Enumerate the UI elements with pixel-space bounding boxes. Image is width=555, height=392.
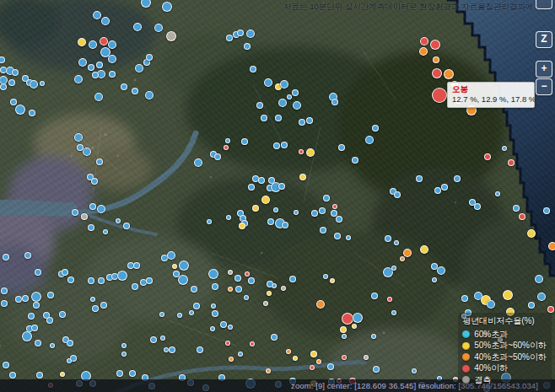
station-marker[interactable]: [117, 271, 127, 281]
station-marker[interactable]: [31, 325, 38, 331]
station-marker[interactable]: [334, 233, 341, 239]
station-marker[interactable]: [434, 187, 441, 194]
station-marker[interactable]: [323, 195, 330, 201]
station-marker[interactable]: [141, 0, 151, 8]
station-marker[interactable]: [495, 191, 500, 196]
station-marker[interactable]: [3, 362, 9, 368]
station-marker[interactable]: [342, 355, 347, 360]
station-marker[interactable]: [207, 219, 212, 224]
station-marker[interactable]: [135, 64, 143, 72]
station-marker[interactable]: [267, 291, 272, 296]
station-marker[interactable]: [72, 209, 78, 216]
station-marker[interactable]: [299, 174, 306, 180]
station-marker[interactable]: [278, 99, 287, 107]
station-marker[interactable]: [412, 368, 417, 373]
station-marker[interactable]: [162, 2, 172, 12]
station-marker[interactable]: [22, 295, 29, 302]
station-marker[interactable]: [400, 256, 405, 261]
station-marker[interactable]: [293, 101, 301, 110]
station-marker[interactable]: [372, 125, 379, 132]
station-marker[interactable]: [371, 293, 378, 299]
station-marker[interactable]: [261, 115, 267, 121]
station-marker[interactable]: [88, 64, 94, 71]
zoom-in-button[interactable]: +: [536, 61, 552, 78]
station-marker[interactable]: [403, 249, 412, 257]
station-marker[interactable]: [319, 207, 326, 214]
station-marker[interactable]: [248, 277, 255, 284]
station-marker[interactable]: [239, 223, 245, 229]
station-marker[interactable]: [226, 35, 233, 41]
station-marker[interactable]: [528, 302, 535, 309]
station-marker[interactable]: [543, 207, 550, 214]
station-marker[interactable]: [35, 340, 41, 346]
station-marker[interactable]: [292, 89, 299, 96]
station-marker[interactable]: [189, 310, 194, 315]
station-marker[interactable]: [340, 326, 347, 333]
station-marker[interactable]: [178, 275, 188, 285]
station-marker[interactable]: [373, 366, 380, 373]
station-marker[interactable]: [537, 293, 546, 301]
station-marker[interactable]: [78, 38, 86, 46]
station-marker[interactable]: [266, 368, 271, 373]
station-marker[interactable]: [15, 296, 22, 303]
station-marker[interactable]: [228, 287, 233, 292]
station-marker[interactable]: [267, 218, 274, 225]
station-marker[interactable]: [92, 72, 99, 78]
station-marker[interactable]: [211, 303, 216, 309]
station-marker[interactable]: [272, 283, 277, 288]
station-marker[interactable]: [331, 99, 338, 105]
station-marker[interactable]: [261, 196, 270, 204]
station-marker[interactable]: [234, 275, 241, 282]
station-marker[interactable]: [474, 203, 481, 210]
zoom-level-button[interactable]: Z: [536, 31, 552, 48]
station-marker[interactable]: [248, 184, 255, 191]
station-marker[interactable]: [109, 71, 116, 78]
station-marker[interactable]: [433, 56, 439, 63]
station-marker[interactable]: [432, 68, 442, 78]
station-marker[interactable]: [133, 23, 142, 31]
station-marker[interactable]: [121, 352, 127, 357]
station-marker[interactable]: [167, 251, 175, 260]
station-marker[interactable]: [441, 184, 448, 191]
station-marker[interactable]: [146, 54, 153, 61]
station-marker[interactable]: [237, 30, 244, 36]
station-marker[interactable]: [91, 178, 98, 185]
station-marker[interactable]: [235, 286, 242, 293]
station-marker[interactable]: [30, 80, 38, 89]
station-marker[interactable]: [67, 340, 73, 346]
station-marker[interactable]: [212, 283, 218, 290]
station-marker[interactable]: [342, 313, 353, 325]
station-marker[interactable]: [228, 325, 233, 330]
station-marker[interactable]: [214, 153, 221, 160]
station-marker[interactable]: [47, 292, 54, 298]
station-marker[interactable]: [150, 336, 157, 343]
station-marker[interactable]: [336, 216, 342, 223]
station-marker[interactable]: [286, 349, 291, 354]
station-marker[interactable]: [244, 295, 249, 300]
station-marker[interactable]: [387, 297, 392, 302]
station-marker[interactable]: [166, 31, 176, 41]
station-marker[interactable]: [93, 11, 101, 19]
station-marker[interactable]: [116, 370, 123, 377]
station-marker[interactable]: [256, 102, 263, 109]
station-marker[interactable]: [12, 69, 19, 76]
station-marker[interactable]: [74, 133, 83, 142]
station-marker[interactable]: [289, 276, 296, 282]
station-marker[interactable]: [527, 229, 536, 238]
station-marker[interactable]: [432, 277, 437, 282]
station-marker[interactable]: [332, 204, 337, 209]
station-marker[interactable]: [67, 358, 72, 363]
station-marker[interactable]: [316, 300, 325, 309]
station-marker[interactable]: [220, 321, 227, 328]
station-marker[interactable]: [502, 146, 507, 151]
zoom-out-button[interactable]: −: [536, 78, 552, 95]
station-marker[interactable]: [508, 159, 515, 166]
station-marker[interactable]: [281, 286, 286, 291]
station-marker[interactable]: [394, 240, 399, 245]
station-marker[interactable]: [132, 88, 138, 94]
station-marker[interactable]: [306, 117, 313, 124]
station-marker[interactable]: [154, 24, 163, 32]
station-marker[interactable]: [535, 275, 543, 283]
station-marker[interactable]: [263, 301, 268, 306]
station-marker[interactable]: [81, 213, 88, 220]
